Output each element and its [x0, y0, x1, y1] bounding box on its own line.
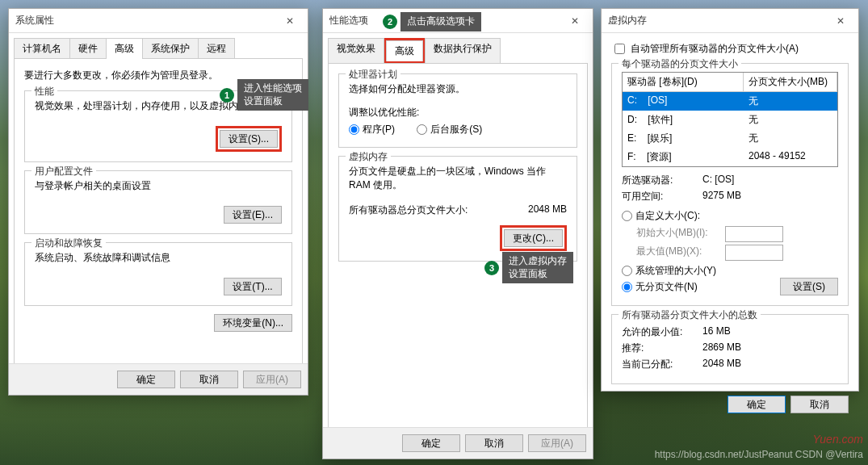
annotation-badge: 2 — [383, 15, 397, 29]
perf-settings-button[interactable]: 设置(S)... — [220, 130, 278, 148]
annotation-3: 3 进入虚拟内存 设置面板 — [484, 252, 573, 283]
tab-advanced[interactable]: 高级 — [106, 38, 143, 59]
group-title: 所有驱动器分页文件大小的总数 — [619, 308, 761, 322]
vm-total-label: 所有驱动器总分页文件大小: — [349, 203, 528, 217]
annotation-badge: 1 — [220, 88, 234, 103]
annotation-badge: 3 — [484, 261, 499, 275]
annotation-1: 1 进入性能选项 设置面板 — [220, 79, 308, 111]
close-icon[interactable]: ✕ — [564, 13, 586, 29]
env-variables-button[interactable]: 环境变量(N)... — [214, 314, 292, 332]
col-drive: 驱动器 [卷标](D) — [623, 73, 744, 91]
max-size-input — [725, 245, 783, 261]
cancel-button[interactable]: 取消 — [465, 434, 523, 452]
totals-group: 所有驱动器分页文件大小的总数 允许的最小值:16 MB 推荐:2869 MB 当… — [611, 314, 849, 384]
watermark: Yuen.com — [812, 433, 863, 446]
tab-hardware[interactable]: 硬件 — [69, 38, 107, 59]
min-label: 允许的最小值: — [622, 325, 702, 339]
footer-buttons: 确定 取消 应用(A) — [9, 363, 308, 395]
initial-size-input — [725, 226, 783, 242]
tabs: 视觉效果 高级 数据执行保护 — [323, 33, 593, 64]
close-icon[interactable]: ✕ — [279, 13, 301, 29]
drive-table[interactable]: 驱动器 [卷标](D) 分页文件大小(MB) C: [OS]无D: [软件]无E… — [622, 72, 838, 167]
sched-opt-label: 调整以优化性能: — [349, 106, 567, 119]
tab-advanced[interactable]: 高级 — [386, 40, 423, 61]
annotation-label: 进入虚拟内存 设置面板 — [502, 252, 573, 283]
titlebar: 系统属性 ✕ — [9, 9, 308, 33]
tab-dep[interactable]: 数据执行保护 — [425, 38, 501, 64]
processor-scheduling-group: 处理器计划 选择如何分配处理器资源。 调整以优化性能: 程序(P) 后台服务(S… — [338, 73, 577, 148]
auto-manage-checkbox[interactable]: 自动管理所有驱动器的分页文件大小(A) — [611, 41, 799, 57]
footer-buttons: 确定 取消 应用(A) — [323, 427, 593, 459]
boot-settings-button[interactable]: 设置(T)... — [224, 278, 282, 295]
cur-value: 2048 MB — [702, 358, 741, 371]
vm-desc: 分页文件是硬盘上的一块区域，Windows 当作 RAM 使用。 — [349, 165, 567, 192]
tabs: 计算机名 硬件 高级 系统保护 远程 — [9, 33, 308, 59]
titlebar: 虚拟内存 ✕ — [602, 9, 858, 33]
boot-desc: 系统启动、系统故障和调试信息 — [35, 251, 282, 265]
table-header: 驱动器 [卷标](D) 分页文件大小(MB) — [623, 73, 837, 92]
selected-drive-value: C: [OS] — [702, 174, 734, 187]
group-title: 处理器计划 — [346, 68, 400, 82]
annotation-label: 进入性能选项 设置面板 — [237, 79, 308, 111]
available-label: 可用空间: — [622, 190, 702, 203]
vm-total-value: 2048 MB — [528, 203, 567, 217]
tab-system-protection[interactable]: 系统保护 — [142, 38, 199, 59]
table-row[interactable]: F: [资源]2048 - 49152 — [623, 148, 837, 166]
vm-change-button[interactable]: 更改(C)... — [504, 229, 563, 247]
initial-size-label: 初始大小(MB)(I): — [636, 226, 725, 242]
cancel-button[interactable]: 取消 — [180, 371, 238, 388]
table-row[interactable]: E: [娱乐]无 — [623, 129, 837, 148]
radio-no-pagefile[interactable]: 无分页文件(N) — [622, 280, 761, 294]
col-pagefile: 分页文件大小(MB) — [744, 73, 837, 91]
rec-value: 2869 MB — [702, 341, 741, 355]
dialog-body: 自动管理所有驱动器的分页文件大小(A) 每个驱动器的分页文件大小 驱动器 [卷标… — [602, 33, 858, 421]
group-title: 虚拟内存 — [346, 150, 391, 164]
sched-desc: 选择如何分配处理器资源。 — [349, 82, 567, 96]
annotation-2: 2 点击高级选项卡 — [383, 12, 481, 31]
close-icon[interactable]: ✕ — [829, 13, 852, 29]
radio-programs[interactable]: 程序(P) — [349, 123, 395, 136]
apply-button[interactable]: 应用(A) — [528, 434, 586, 452]
dialog-title: 虚拟内存 — [608, 14, 829, 27]
ok-button[interactable]: 确定 — [728, 396, 786, 413]
annotation-label: 点击高级选项卡 — [400, 12, 481, 31]
group-title: 用户配置文件 — [31, 165, 96, 178]
user-profiles-group: 用户配置文件 与登录帐户相关的桌面设置 设置(E)... — [24, 170, 292, 234]
apply-button[interactable]: 应用(A) — [243, 371, 301, 388]
per-drive-group: 每个驱动器的分页文件大小 驱动器 [卷标](D) 分页文件大小(MB) C: [… — [611, 63, 849, 306]
performance-options-dialog: 性能选项 ✕ 视觉效果 高级 数据执行保护 处理器计划 选择如何分配处理器资源。… — [322, 8, 593, 459]
group-title: 性能 — [31, 85, 57, 98]
set-button[interactable]: 设置(S) — [780, 278, 838, 295]
virtual-memory-group: 虚拟内存 分页文件是硬盘上的一块区域，Windows 当作 RAM 使用。 所有… — [338, 156, 577, 262]
radio-system-managed[interactable]: 系统管理的大小(Y) — [622, 264, 819, 278]
tab-remote[interactable]: 远程 — [198, 38, 235, 59]
cur-label: 当前已分配: — [622, 358, 702, 371]
cancel-button[interactable]: 取消 — [790, 396, 849, 413]
table-row[interactable]: D: [软件]无 — [623, 111, 837, 129]
group-title: 启动和故障恢复 — [31, 237, 106, 250]
dialog-title: 系统属性 — [15, 14, 279, 27]
min-value: 16 MB — [702, 325, 731, 339]
radio-custom-size[interactable]: 自定义大小(C): — [622, 209, 700, 223]
system-properties-dialog: 系统属性 ✕ 计算机名 硬件 高级 系统保护 远程 要进行大多数更改，你必须作为… — [8, 8, 308, 396]
footer-buttons: 确定 取消 — [611, 392, 849, 413]
rec-label: 推荐: — [622, 341, 702, 355]
available-value: 9275 MB — [702, 190, 741, 203]
max-size-label: 最大值(MB)(X): — [636, 245, 725, 261]
user-settings-button[interactable]: 设置(E)... — [224, 206, 282, 224]
ok-button[interactable]: 确定 — [402, 434, 460, 452]
watermark-url: https://blog.csdn.net/JustPeanut CSDN @V… — [655, 449, 863, 460]
tab-computer-name[interactable]: 计算机名 — [14, 38, 70, 59]
group-title: 每个驱动器的分页文件大小 — [619, 57, 741, 71]
radio-background[interactable]: 后台服务(S) — [417, 123, 482, 136]
ok-button[interactable]: 确定 — [117, 371, 175, 388]
selected-drive-label: 所选驱动器: — [622, 174, 702, 187]
tab-visual-effects[interactable]: 视觉效果 — [328, 38, 384, 64]
virtual-memory-dialog: 虚拟内存 ✕ 自动管理所有驱动器的分页文件大小(A) 每个驱动器的分页文件大小 … — [601, 8, 859, 392]
table-row[interactable]: C: [OS]无 — [623, 92, 837, 111]
user-desc: 与登录帐户相关的桌面设置 — [35, 179, 282, 193]
startup-recovery-group: 启动和故障恢复 系统启动、系统故障和调试信息 设置(T)... — [24, 242, 292, 306]
